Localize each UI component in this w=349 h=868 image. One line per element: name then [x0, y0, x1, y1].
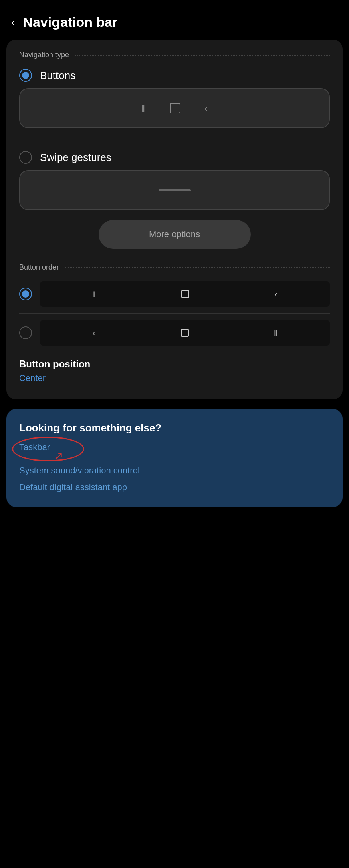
page-title: Navigation bar — [23, 14, 117, 30]
swipe-preview — [19, 170, 330, 210]
order1-radio-inner — [22, 290, 29, 298]
swipe-label: Swipe gestures — [40, 151, 111, 164]
menu-icon — [141, 102, 146, 115]
order1-menu-icon: ⦀ — [93, 290, 96, 299]
order2-radio[interactable] — [19, 326, 32, 339]
home-icon — [170, 103, 180, 113]
taskbar-arrow-annotation: ↗ — [54, 449, 63, 463]
buttons-radio-inner — [22, 72, 29, 79]
divider-1 — [19, 138, 330, 138]
button-order-row-2[interactable]: ‹ ⦀ — [19, 320, 330, 346]
taskbar-wrapper: Taskbar ↗ — [19, 442, 50, 459]
swipe-radio[interactable] — [19, 151, 32, 164]
looking-for-card: Looking for something else? Taskbar ↗ Sy… — [6, 409, 343, 507]
back-icon[interactable]: ‹ — [11, 16, 15, 29]
swipe-bar — [159, 189, 191, 191]
button-order-label: Button order — [6, 252, 343, 278]
more-options-button[interactable]: More options — [99, 220, 251, 249]
order1-home-icon — [181, 290, 189, 298]
order1-radio[interactable] — [19, 288, 32, 300]
divider-2 — [19, 313, 330, 314]
looking-for-title: Looking for something else? — [19, 422, 330, 434]
digital-assistant-link[interactable]: Default digital assistant app — [19, 482, 330, 493]
system-sound-link[interactable]: System sound/vibration control — [19, 465, 330, 476]
swipe-option-row[interactable]: Swipe gestures — [6, 148, 343, 164]
main-settings-card: Navigation type Buttons ‹ Swipe gestures — [6, 40, 343, 399]
buttons-radio[interactable] — [19, 69, 32, 82]
order2-home-icon — [181, 329, 189, 337]
taskbar-link[interactable]: Taskbar — [19, 442, 50, 453]
button-position-value[interactable]: Center — [19, 373, 46, 383]
dotted-divider-2 — [65, 267, 330, 268]
buttons-preview: ‹ — [19, 88, 330, 128]
order1-preview: ⦀ ‹ — [40, 281, 330, 307]
order1-back-icon: ‹ — [275, 290, 278, 299]
order2-preview: ‹ ⦀ — [40, 320, 330, 346]
screen: ‹ Navigation bar Navigation type Buttons… — [0, 0, 349, 868]
button-order-section: ⦀ ‹ ‹ ⦀ — [6, 278, 343, 346]
navigation-type-label: Navigation type — [6, 40, 343, 66]
header: ‹ Navigation bar — [0, 0, 349, 40]
button-position-label: Button position — [19, 358, 330, 370]
dotted-divider — [75, 55, 330, 56]
button-order-row-1[interactable]: ⦀ ‹ — [19, 281, 330, 307]
buttons-label: Buttons — [40, 69, 75, 82]
order2-menu-icon: ⦀ — [274, 328, 277, 338]
order2-back-icon: ‹ — [93, 328, 95, 338]
buttons-option-row[interactable]: Buttons — [6, 66, 343, 82]
back-preview-icon: ‹ — [204, 102, 208, 115]
button-position-section: Button position Center — [6, 349, 343, 387]
